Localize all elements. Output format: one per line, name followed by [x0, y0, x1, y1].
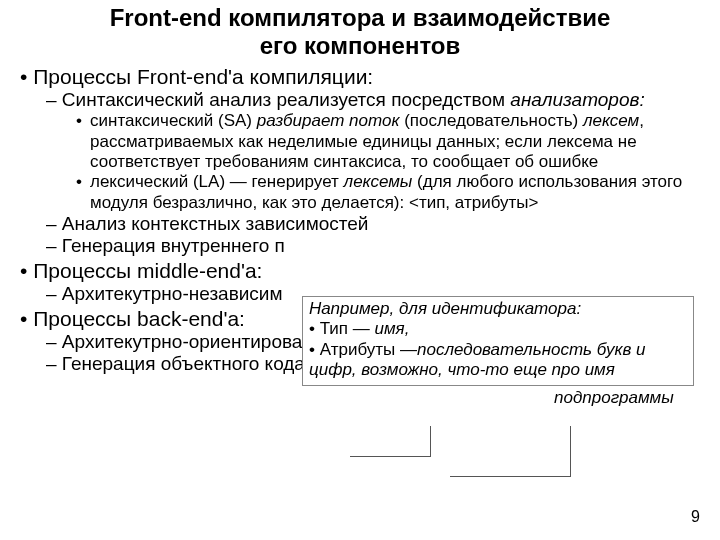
sa-mid: (последовательность)	[399, 111, 582, 130]
subsub-la: лексический (LA) — генерирует лексемы (д…	[76, 172, 700, 213]
sub-intermediate: Генерация внутреннего п	[46, 235, 700, 257]
callout-heading: Например, для идентификатора:	[309, 299, 687, 319]
callout-box: Например, для идентификатора: Тип — имя,…	[302, 296, 694, 386]
slide-root: Front-end компилятора и взаимодействие е…	[0, 0, 720, 540]
sub-arch-indep-text: Архитекутрно-независим	[62, 283, 283, 304]
sa-text-analyzers: анализаторов:	[510, 89, 644, 110]
sub-context: Анализ контекстных зависимостей	[46, 213, 700, 235]
callout-item-type: Тип — имя,	[309, 319, 687, 339]
bullet-middleend-text: Процессы middle-end'а:	[33, 259, 262, 282]
connector-line-2	[350, 426, 431, 457]
callout-attr-label: Атрибуты —	[320, 340, 417, 359]
peek-text: подпрограммы	[554, 388, 694, 408]
la-label: лексический (LA) — генерирует	[90, 172, 344, 191]
sub-context-text: Анализ контекстных зависимостей	[62, 213, 369, 234]
title-line-1: Front-end компилятора и взаимодействие	[110, 4, 611, 31]
title-line-2: его компонентов	[260, 32, 461, 59]
connector-line-1	[450, 426, 571, 477]
callout-type-val: имя,	[374, 319, 409, 338]
sa-em1: разбирает поток	[257, 111, 400, 130]
sub-codegen-text: Генерация объектного кода	[62, 353, 305, 374]
sub-syntax-analysis: Синтаксический анализ реализуется посред…	[46, 89, 700, 213]
sa-text-1: Синтаксический анализ реализуется посред…	[62, 89, 510, 110]
bullet-backend-text: Процессы back-end'а:	[33, 307, 245, 330]
sa-label: синтаксический (SA)	[90, 111, 257, 130]
page-number: 9	[691, 508, 700, 526]
callout-type-label: Тип —	[320, 319, 375, 338]
bullet-frontend: Процессы Front-end'а компиляции: Синтакс…	[20, 65, 700, 257]
subsub-sa: синтаксический (SA) разбирает поток (пос…	[76, 111, 700, 172]
sub-intermediate-text: Генерация внутреннего п	[62, 235, 285, 256]
slide-title: Front-end компилятора и взаимодействие е…	[20, 4, 700, 59]
callout-item-attrs: Атрибуты —последовательность букв и цифр…	[309, 340, 687, 381]
sa-em2: лексем	[583, 111, 639, 130]
la-em: лексемы	[344, 172, 413, 191]
bullet-frontend-text: Процессы Front-end'а компиляции:	[33, 65, 373, 88]
